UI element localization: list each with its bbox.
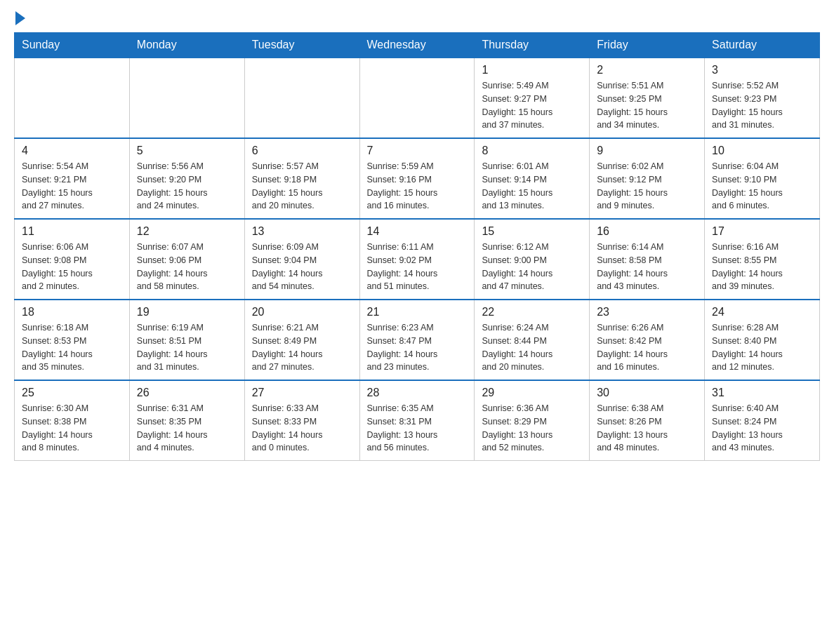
- calendar-cell: 2Sunrise: 5:51 AM Sunset: 9:25 PM Daylig…: [590, 58, 705, 138]
- calendar-cell: 12Sunrise: 6:07 AM Sunset: 9:06 PM Dayli…: [129, 219, 244, 300]
- calendar-cell: 16Sunrise: 6:14 AM Sunset: 8:58 PM Dayli…: [590, 219, 705, 300]
- day-number: 14: [367, 225, 468, 238]
- calendar-cell: 1Sunrise: 5:49 AM Sunset: 9:27 PM Daylig…: [475, 58, 590, 138]
- day-info: Sunrise: 6:01 AM Sunset: 9:14 PM Dayligh…: [482, 160, 582, 213]
- day-info: Sunrise: 6:31 AM Sunset: 8:35 PM Dayligh…: [137, 402, 237, 455]
- day-info: Sunrise: 6:35 AM Sunset: 8:31 PM Dayligh…: [367, 402, 468, 455]
- calendar-cell: 17Sunrise: 6:16 AM Sunset: 8:55 PM Dayli…: [705, 219, 820, 300]
- day-info: Sunrise: 6:09 AM Sunset: 9:04 PM Dayligh…: [252, 241, 352, 293]
- day-number: 3: [712, 64, 812, 76]
- day-info: Sunrise: 6:26 AM Sunset: 8:42 PM Dayligh…: [597, 321, 697, 374]
- day-info: Sunrise: 5:51 AM Sunset: 9:25 PM Dayligh…: [597, 79, 697, 132]
- calendar-cell: 29Sunrise: 6:36 AM Sunset: 8:29 PM Dayli…: [475, 380, 590, 461]
- weekday-header-wednesday: Wednesday: [359, 33, 475, 58]
- calendar-cell: 11Sunrise: 6:06 AM Sunset: 9:08 PM Dayli…: [15, 219, 130, 300]
- day-number: 19: [137, 306, 237, 318]
- calendar-cell: 30Sunrise: 6:38 AM Sunset: 8:26 PM Dayli…: [590, 380, 705, 461]
- weekday-header-thursday: Thursday: [475, 33, 590, 58]
- day-info: Sunrise: 6:28 AM Sunset: 8:40 PM Dayligh…: [712, 321, 812, 374]
- day-number: 24: [712, 306, 812, 318]
- calendar-cell: [15, 58, 130, 138]
- calendar-cell: 23Sunrise: 6:26 AM Sunset: 8:42 PM Dayli…: [590, 300, 705, 380]
- calendar-cell: 9Sunrise: 6:02 AM Sunset: 9:12 PM Daylig…: [590, 138, 705, 219]
- day-info: Sunrise: 6:14 AM Sunset: 8:58 PM Dayligh…: [597, 241, 697, 293]
- day-number: 23: [597, 306, 697, 318]
- day-info: Sunrise: 6:21 AM Sunset: 8:49 PM Dayligh…: [252, 321, 352, 374]
- day-number: 27: [252, 387, 352, 399]
- day-info: Sunrise: 5:59 AM Sunset: 9:16 PM Dayligh…: [367, 160, 468, 213]
- calendar-cell: [359, 58, 475, 138]
- page-header: [14, 14, 820, 25]
- week-row-4: 18Sunrise: 6:18 AM Sunset: 8:53 PM Dayli…: [15, 300, 820, 380]
- week-row-1: 1Sunrise: 5:49 AM Sunset: 9:27 PM Daylig…: [15, 58, 820, 138]
- day-number: 17: [712, 225, 812, 238]
- day-info: Sunrise: 5:49 AM Sunset: 9:27 PM Dayligh…: [482, 79, 582, 132]
- day-number: 28: [367, 387, 468, 399]
- weekday-header-tuesday: Tuesday: [244, 33, 359, 58]
- calendar-cell: 25Sunrise: 6:30 AM Sunset: 8:38 PM Dayli…: [15, 380, 130, 461]
- day-info: Sunrise: 6:33 AM Sunset: 8:33 PM Dayligh…: [252, 402, 352, 455]
- day-number: 31: [712, 387, 812, 399]
- day-info: Sunrise: 6:02 AM Sunset: 9:12 PM Dayligh…: [597, 160, 697, 213]
- day-number: 2: [597, 64, 697, 76]
- day-info: Sunrise: 5:57 AM Sunset: 9:18 PM Dayligh…: [252, 160, 352, 213]
- day-info: Sunrise: 5:54 AM Sunset: 9:21 PM Dayligh…: [22, 160, 122, 213]
- day-number: 25: [22, 387, 122, 399]
- calendar-cell: 8Sunrise: 6:01 AM Sunset: 9:14 PM Daylig…: [475, 138, 590, 219]
- week-row-3: 11Sunrise: 6:06 AM Sunset: 9:08 PM Dayli…: [15, 219, 820, 300]
- day-number: 5: [137, 145, 237, 157]
- day-number: 4: [22, 145, 122, 157]
- day-number: 29: [482, 387, 582, 399]
- calendar-cell: 5Sunrise: 5:56 AM Sunset: 9:20 PM Daylig…: [129, 138, 244, 219]
- day-number: 6: [252, 145, 352, 157]
- logo: [14, 14, 25, 25]
- day-number: 1: [482, 64, 582, 76]
- day-number: 16: [597, 225, 697, 238]
- calendar-cell: 21Sunrise: 6:23 AM Sunset: 8:47 PM Dayli…: [359, 300, 475, 380]
- calendar-cell: 4Sunrise: 5:54 AM Sunset: 9:21 PM Daylig…: [15, 138, 130, 219]
- calendar-cell: 13Sunrise: 6:09 AM Sunset: 9:04 PM Dayli…: [244, 219, 359, 300]
- day-info: Sunrise: 6:23 AM Sunset: 8:47 PM Dayligh…: [367, 321, 468, 374]
- weekday-header-saturday: Saturday: [705, 33, 820, 58]
- day-info: Sunrise: 6:18 AM Sunset: 8:53 PM Dayligh…: [22, 321, 122, 374]
- day-number: 11: [22, 225, 122, 238]
- calendar-cell: 6Sunrise: 5:57 AM Sunset: 9:18 PM Daylig…: [244, 138, 359, 219]
- calendar-cell: [129, 58, 244, 138]
- day-info: Sunrise: 6:36 AM Sunset: 8:29 PM Dayligh…: [482, 402, 582, 455]
- day-number: 9: [597, 145, 697, 157]
- calendar-cell: 14Sunrise: 6:11 AM Sunset: 9:02 PM Dayli…: [359, 219, 475, 300]
- day-number: 22: [482, 306, 582, 318]
- day-number: 13: [252, 225, 352, 238]
- day-number: 15: [482, 225, 582, 238]
- day-number: 20: [252, 306, 352, 318]
- day-number: 12: [137, 225, 237, 238]
- calendar-header-row: SundayMondayTuesdayWednesdayThursdayFrid…: [15, 33, 820, 58]
- calendar-cell: 31Sunrise: 6:40 AM Sunset: 8:24 PM Dayli…: [705, 380, 820, 461]
- day-number: 26: [137, 387, 237, 399]
- logo-triangle-icon: [15, 11, 25, 25]
- weekday-header-sunday: Sunday: [15, 33, 130, 58]
- calendar-cell: 18Sunrise: 6:18 AM Sunset: 8:53 PM Dayli…: [15, 300, 130, 380]
- day-info: Sunrise: 6:11 AM Sunset: 9:02 PM Dayligh…: [367, 241, 468, 293]
- day-info: Sunrise: 6:06 AM Sunset: 9:08 PM Dayligh…: [22, 241, 122, 293]
- day-info: Sunrise: 6:07 AM Sunset: 9:06 PM Dayligh…: [137, 241, 237, 293]
- calendar-cell: 26Sunrise: 6:31 AM Sunset: 8:35 PM Dayli…: [129, 380, 244, 461]
- calendar-cell: 28Sunrise: 6:35 AM Sunset: 8:31 PM Dayli…: [359, 380, 475, 461]
- calendar-cell: [244, 58, 359, 138]
- day-info: Sunrise: 5:52 AM Sunset: 9:23 PM Dayligh…: [712, 79, 812, 132]
- calendar-cell: 15Sunrise: 6:12 AM Sunset: 9:00 PM Dayli…: [475, 219, 590, 300]
- day-info: Sunrise: 6:16 AM Sunset: 8:55 PM Dayligh…: [712, 241, 812, 293]
- day-info: Sunrise: 6:12 AM Sunset: 9:00 PM Dayligh…: [482, 241, 582, 293]
- day-number: 30: [597, 387, 697, 399]
- day-number: 10: [712, 145, 812, 157]
- day-number: 7: [367, 145, 468, 157]
- calendar-cell: 22Sunrise: 6:24 AM Sunset: 8:44 PM Dayli…: [475, 300, 590, 380]
- day-info: Sunrise: 6:24 AM Sunset: 8:44 PM Dayligh…: [482, 321, 582, 374]
- day-info: Sunrise: 6:04 AM Sunset: 9:10 PM Dayligh…: [712, 160, 812, 213]
- day-info: Sunrise: 6:30 AM Sunset: 8:38 PM Dayligh…: [22, 402, 122, 455]
- day-info: Sunrise: 6:38 AM Sunset: 8:26 PM Dayligh…: [597, 402, 697, 455]
- calendar-cell: 24Sunrise: 6:28 AM Sunset: 8:40 PM Dayli…: [705, 300, 820, 380]
- weekday-header-monday: Monday: [129, 33, 244, 58]
- calendar-cell: 7Sunrise: 5:59 AM Sunset: 9:16 PM Daylig…: [359, 138, 475, 219]
- day-number: 21: [367, 306, 468, 318]
